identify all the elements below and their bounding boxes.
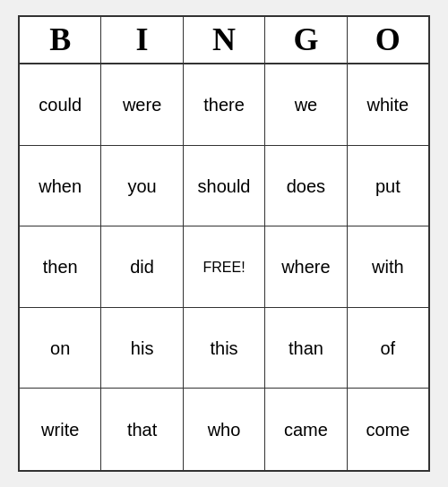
header-cell-b: B xyxy=(20,17,101,63)
header-cell-g: G xyxy=(265,17,347,63)
bingo-cell-r1-c1: you xyxy=(101,146,183,227)
bingo-cell-r3-c4: of xyxy=(348,308,428,389)
bingo-cell-r3-c1: his xyxy=(101,308,183,389)
bingo-cell-r2-c1: did xyxy=(101,226,183,308)
bingo-row-4: writethatwhocamecome xyxy=(20,389,428,470)
bingo-cell-r1-c2: should xyxy=(184,146,265,227)
bingo-cell-r2-c4: with xyxy=(348,226,428,308)
bingo-cell-r3-c0: on xyxy=(20,308,101,389)
bingo-cell-r1-c4: put xyxy=(348,146,428,227)
bingo-cell-r2-c0: then xyxy=(20,226,101,308)
header-cell-i: I xyxy=(101,17,183,63)
bingo-cell-r0-c1: were xyxy=(101,64,183,146)
bingo-cell-r0-c2: there xyxy=(184,64,265,146)
bingo-cell-r3-c3: than xyxy=(265,308,347,389)
bingo-cell-r4-c2: who xyxy=(184,389,265,470)
bingo-cell-r3-c2: this xyxy=(184,308,265,389)
bingo-cell-r1-c3: does xyxy=(265,146,347,227)
bingo-row-0: couldweretherewewhite xyxy=(20,64,428,146)
bingo-cell-r2-c2: FREE! xyxy=(184,226,265,308)
bingo-row-2: thendidFREE!wherewith xyxy=(20,226,428,308)
bingo-row-1: whenyoushoulddoesput xyxy=(20,146,428,227)
bingo-cell-r1-c0: when xyxy=(20,146,101,227)
header-cell-o: O xyxy=(348,17,428,63)
bingo-cell-r4-c4: come xyxy=(348,389,428,470)
bingo-header: BINGO xyxy=(20,17,428,64)
bingo-cell-r4-c3: came xyxy=(265,389,347,470)
bingo-cell-r0-c0: could xyxy=(20,64,101,146)
bingo-cell-r4-c0: write xyxy=(20,389,101,470)
header-cell-n: N xyxy=(184,17,265,63)
bingo-cell-r0-c4: white xyxy=(348,64,428,146)
bingo-card: BINGO couldweretherewewhitewhenyoushould… xyxy=(18,15,430,472)
bingo-row-3: onhisthisthanof xyxy=(20,308,428,389)
bingo-cell-r2-c3: where xyxy=(265,226,347,308)
bingo-cell-r4-c1: that xyxy=(101,389,183,470)
bingo-cell-r0-c3: we xyxy=(265,64,347,146)
